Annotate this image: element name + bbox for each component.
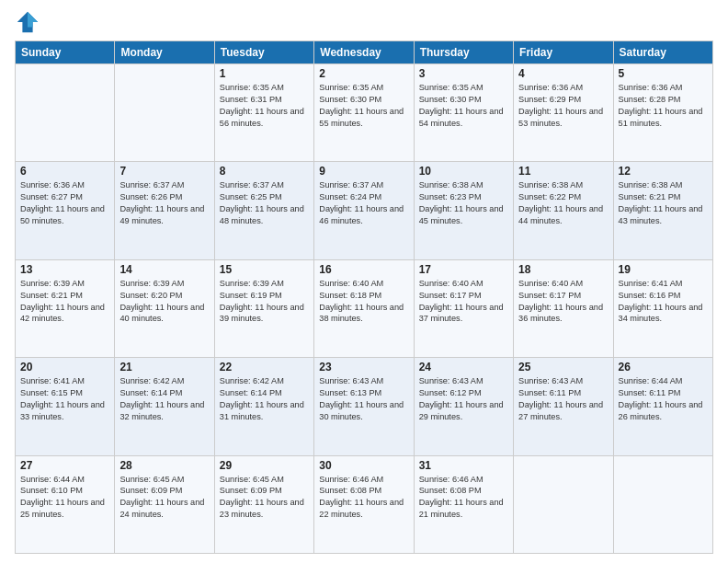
calendar-cell: 11Sunrise: 6:38 AM Sunset: 6:22 PM Dayli… xyxy=(514,162,613,259)
calendar-cell: 22Sunrise: 6:42 AM Sunset: 6:14 PM Dayli… xyxy=(214,358,313,455)
day-info: Sunrise: 6:38 AM Sunset: 6:23 PM Dayligh… xyxy=(419,179,508,227)
calendar-week-row: 1Sunrise: 6:35 AM Sunset: 6:31 PM Daylig… xyxy=(16,64,713,162)
day-number: 24 xyxy=(419,361,508,373)
calendar-cell: 25Sunrise: 6:43 AM Sunset: 6:11 PM Dayli… xyxy=(514,358,613,455)
logo xyxy=(15,9,44,35)
day-info: Sunrise: 6:37 AM Sunset: 6:26 PM Dayligh… xyxy=(119,179,209,227)
calendar-cell: 6Sunrise: 6:36 AM Sunset: 6:27 PM Daylig… xyxy=(16,162,115,259)
day-info: Sunrise: 6:36 AM Sunset: 6:28 PM Dayligh… xyxy=(619,82,708,130)
day-number: 22 xyxy=(220,361,309,373)
weekday-header: Saturday xyxy=(613,41,712,64)
day-number: 4 xyxy=(518,67,608,80)
day-number: 25 xyxy=(518,361,608,373)
day-info: Sunrise: 6:39 AM Sunset: 6:21 PM Dayligh… xyxy=(20,278,109,326)
day-info: Sunrise: 6:42 AM Sunset: 6:14 PM Dayligh… xyxy=(119,375,209,423)
day-info: Sunrise: 6:35 AM Sunset: 6:31 PM Dayligh… xyxy=(220,82,309,130)
calendar-cell: 28Sunrise: 6:45 AM Sunset: 6:09 PM Dayli… xyxy=(115,455,214,553)
calendar-cell xyxy=(613,455,712,553)
calendar-cell: 1Sunrise: 6:35 AM Sunset: 6:31 PM Daylig… xyxy=(214,64,313,162)
calendar-cell: 3Sunrise: 6:35 AM Sunset: 6:30 PM Daylig… xyxy=(414,64,513,162)
day-info: Sunrise: 6:42 AM Sunset: 6:14 PM Dayligh… xyxy=(220,375,309,423)
calendar-cell: 4Sunrise: 6:36 AM Sunset: 6:29 PM Daylig… xyxy=(514,64,613,162)
page: SundayMondayTuesdayWednesdayThursdayFrid… xyxy=(0,0,728,563)
day-info: Sunrise: 6:39 AM Sunset: 6:20 PM Dayligh… xyxy=(119,278,209,326)
weekday-header: Wednesday xyxy=(314,41,414,64)
calendar: SundayMondayTuesdayWednesdayThursdayFrid… xyxy=(15,40,713,554)
svg-marker-1 xyxy=(28,12,38,28)
calendar-cell: 26Sunrise: 6:44 AM Sunset: 6:11 PM Dayli… xyxy=(613,358,712,455)
day-number: 8 xyxy=(220,165,309,178)
calendar-week-row: 27Sunrise: 6:44 AM Sunset: 6:10 PM Dayli… xyxy=(16,455,713,553)
weekday-header: Friday xyxy=(514,41,613,64)
day-info: Sunrise: 6:45 AM Sunset: 6:09 PM Dayligh… xyxy=(220,474,309,522)
day-number: 7 xyxy=(119,165,209,178)
day-info: Sunrise: 6:43 AM Sunset: 6:11 PM Dayligh… xyxy=(518,375,608,423)
day-number: 9 xyxy=(319,165,408,178)
day-info: Sunrise: 6:38 AM Sunset: 6:21 PM Dayligh… xyxy=(619,179,708,227)
weekday-header: Tuesday xyxy=(214,41,313,64)
day-info: Sunrise: 6:37 AM Sunset: 6:25 PM Dayligh… xyxy=(220,179,309,227)
day-info: Sunrise: 6:35 AM Sunset: 6:30 PM Dayligh… xyxy=(319,82,408,130)
day-number: 29 xyxy=(220,459,309,472)
weekday-header: Monday xyxy=(115,41,214,64)
day-number: 10 xyxy=(419,165,508,178)
calendar-cell: 9Sunrise: 6:37 AM Sunset: 6:24 PM Daylig… xyxy=(314,162,414,259)
day-info: Sunrise: 6:37 AM Sunset: 6:24 PM Dayligh… xyxy=(319,179,408,227)
calendar-cell xyxy=(115,64,214,162)
day-info: Sunrise: 6:36 AM Sunset: 6:27 PM Dayligh… xyxy=(20,179,109,227)
calendar-cell: 2Sunrise: 6:35 AM Sunset: 6:30 PM Daylig… xyxy=(314,64,414,162)
calendar-cell: 10Sunrise: 6:38 AM Sunset: 6:23 PM Dayli… xyxy=(414,162,513,259)
day-number: 13 xyxy=(20,263,109,276)
day-number: 12 xyxy=(619,165,708,178)
calendar-cell: 20Sunrise: 6:41 AM Sunset: 6:15 PM Dayli… xyxy=(16,358,115,455)
calendar-cell: 15Sunrise: 6:39 AM Sunset: 6:19 PM Dayli… xyxy=(214,259,313,357)
weekday-header: Sunday xyxy=(16,41,115,64)
weekday-header: Thursday xyxy=(414,41,513,64)
day-number: 26 xyxy=(619,361,708,373)
calendar-cell: 13Sunrise: 6:39 AM Sunset: 6:21 PM Dayli… xyxy=(16,259,115,357)
day-number: 11 xyxy=(518,165,608,178)
day-number: 20 xyxy=(20,361,109,373)
day-number: 17 xyxy=(419,263,508,276)
calendar-cell: 18Sunrise: 6:40 AM Sunset: 6:17 PM Dayli… xyxy=(514,259,613,357)
day-info: Sunrise: 6:41 AM Sunset: 6:15 PM Dayligh… xyxy=(20,375,109,423)
calendar-cell: 29Sunrise: 6:45 AM Sunset: 6:09 PM Dayli… xyxy=(214,455,313,553)
day-number: 1 xyxy=(220,67,309,80)
day-number: 18 xyxy=(518,263,608,276)
day-info: Sunrise: 6:36 AM Sunset: 6:29 PM Dayligh… xyxy=(518,82,608,130)
calendar-cell: 12Sunrise: 6:38 AM Sunset: 6:21 PM Dayli… xyxy=(613,162,712,259)
day-info: Sunrise: 6:46 AM Sunset: 6:08 PM Dayligh… xyxy=(419,474,508,522)
day-number: 2 xyxy=(319,67,408,80)
calendar-cell: 14Sunrise: 6:39 AM Sunset: 6:20 PM Dayli… xyxy=(115,259,214,357)
day-info: Sunrise: 6:43 AM Sunset: 6:13 PM Dayligh… xyxy=(319,375,408,423)
calendar-week-row: 6Sunrise: 6:36 AM Sunset: 6:27 PM Daylig… xyxy=(16,162,713,259)
day-number: 6 xyxy=(20,165,109,178)
day-info: Sunrise: 6:40 AM Sunset: 6:17 PM Dayligh… xyxy=(419,278,508,326)
logo-icon xyxy=(15,9,40,35)
day-info: Sunrise: 6:44 AM Sunset: 6:11 PM Dayligh… xyxy=(619,375,708,423)
weekday-header-row: SundayMondayTuesdayWednesdayThursdayFrid… xyxy=(16,41,713,64)
calendar-week-row: 20Sunrise: 6:41 AM Sunset: 6:15 PM Dayli… xyxy=(16,358,713,455)
day-number: 23 xyxy=(319,361,408,373)
day-info: Sunrise: 6:41 AM Sunset: 6:16 PM Dayligh… xyxy=(619,278,708,326)
day-info: Sunrise: 6:39 AM Sunset: 6:19 PM Dayligh… xyxy=(220,278,309,326)
calendar-cell xyxy=(16,64,115,162)
day-info: Sunrise: 6:45 AM Sunset: 6:09 PM Dayligh… xyxy=(119,474,209,522)
day-number: 14 xyxy=(119,263,209,276)
calendar-cell: 8Sunrise: 6:37 AM Sunset: 6:25 PM Daylig… xyxy=(214,162,313,259)
day-number: 21 xyxy=(119,361,209,373)
day-info: Sunrise: 6:38 AM Sunset: 6:22 PM Dayligh… xyxy=(518,179,608,227)
day-info: Sunrise: 6:40 AM Sunset: 6:18 PM Dayligh… xyxy=(319,278,408,326)
day-info: Sunrise: 6:35 AM Sunset: 6:30 PM Dayligh… xyxy=(419,82,508,130)
calendar-cell: 21Sunrise: 6:42 AM Sunset: 6:14 PM Dayli… xyxy=(115,358,214,455)
calendar-cell: 5Sunrise: 6:36 AM Sunset: 6:28 PM Daylig… xyxy=(613,64,712,162)
day-number: 31 xyxy=(419,459,508,472)
header xyxy=(15,9,713,35)
day-number: 28 xyxy=(119,459,209,472)
calendar-cell: 24Sunrise: 6:43 AM Sunset: 6:12 PM Dayli… xyxy=(414,358,513,455)
calendar-cell: 7Sunrise: 6:37 AM Sunset: 6:26 PM Daylig… xyxy=(115,162,214,259)
calendar-cell xyxy=(514,455,613,553)
calendar-cell: 17Sunrise: 6:40 AM Sunset: 6:17 PM Dayli… xyxy=(414,259,513,357)
day-number: 30 xyxy=(319,459,408,472)
calendar-cell: 16Sunrise: 6:40 AM Sunset: 6:18 PM Dayli… xyxy=(314,259,414,357)
